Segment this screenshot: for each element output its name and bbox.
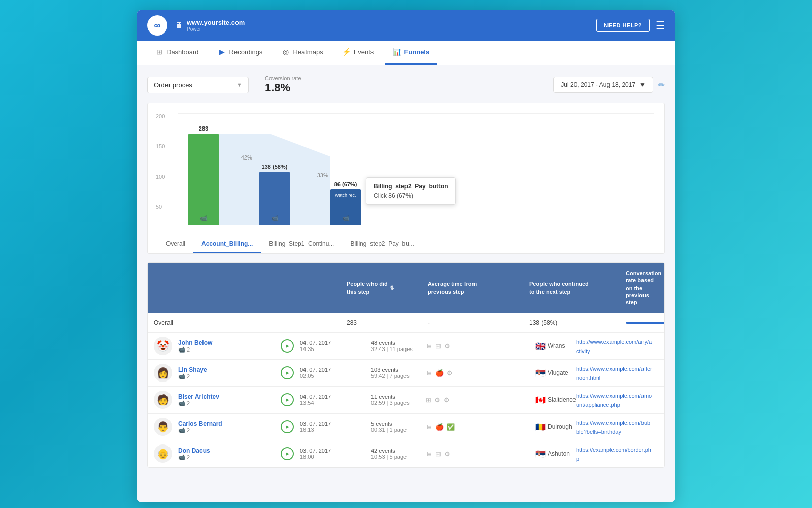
device-icons: 🖥🍎⚙	[422, 369, 533, 377]
time-value: 02:05	[300, 373, 371, 379]
url-link[interactable]: http://www.example.com/any/activity	[576, 339, 652, 354]
device-icons: 🖥🍎✅	[422, 423, 533, 431]
session-value: 32:43 | 11 pages	[371, 346, 422, 352]
td-overall-avg-time: -	[422, 313, 523, 332]
events-cell: 11 events 02:59 | 3 pages	[371, 394, 422, 406]
events-value: 42 events	[371, 448, 422, 454]
events-value: 11 events	[371, 394, 422, 400]
url-cell: http://www.example.com/any/activity	[574, 337, 655, 355]
nav-label-heatmaps: Heatmaps	[293, 48, 323, 56]
url-cell: https://www.example.com/afternoon.html	[574, 364, 655, 382]
step-tab-overall[interactable]: Overall	[158, 235, 193, 253]
country-cell: 🇷🇸 Ashuton	[533, 449, 574, 459]
nav-item-funnels[interactable]: 📊 Funnels	[385, 41, 437, 65]
play-button[interactable]: ▶	[281, 366, 294, 379]
device-icon-2: ✅	[447, 423, 455, 431]
device-icon-2: ⚙	[444, 396, 450, 404]
progress-bar-bg	[626, 322, 665, 324]
progress-bar-fill	[626, 322, 665, 324]
device-icons: 🖥⊞⚙	[422, 342, 533, 350]
site-url: www.yoursite.com	[187, 19, 245, 26]
sort-icon[interactable]: ⇅	[390, 284, 394, 291]
user-info: Carlos Bernard 📹 2	[178, 420, 275, 434]
logo-icon: ∞	[147, 15, 167, 36]
hamburger-button[interactable]: ☰	[656, 19, 665, 31]
device-icon-0: ⊞	[426, 396, 431, 404]
user-name[interactable]: Don Dacus	[178, 447, 275, 454]
th-conv-rate: Conversation rate basedon the previous s…	[620, 263, 665, 313]
date-range-button[interactable]: Jul 20, 2017 - Aug 18, 2017 ▼	[553, 77, 653, 93]
user-name[interactable]: Biser Arichtev	[178, 393, 275, 400]
url-link[interactable]: https://www.example.com/afternoon.html	[576, 366, 652, 381]
play-button-cell: ▶	[275, 366, 300, 379]
url-cell: https://example.com/border.php	[574, 444, 655, 463]
chart-inner: 283 📹 -42% 138 (58%) 📹	[178, 113, 654, 225]
country-name: Slaitdence	[548, 396, 576, 403]
bar-video-icon-overall: 📹	[200, 215, 208, 222]
flag-icon: 🇬🇧	[535, 341, 546, 351]
nav-item-heatmaps[interactable]: ◎ Heatmaps	[274, 41, 331, 65]
progress-bar-container: 100%	[626, 319, 665, 326]
avatar: 👴	[148, 444, 178, 463]
step-tabs: Overall Account_Billing... Billing_Step1…	[147, 235, 665, 254]
step-tab-billing-step2[interactable]: Billing_step2_Pay_bu...	[342, 235, 422, 253]
device-icon-1: ⚙	[434, 396, 441, 404]
main-content: Order proces ▼ Coversion rate 1.8% Jul 2…	[137, 65, 675, 502]
url-link[interactable]: https://www.example.com/amount/appliance…	[576, 393, 652, 408]
flag-icon: 🇷🇸	[535, 449, 546, 459]
user-info: Lin Shaye 📹 2	[178, 366, 275, 380]
edit-icon[interactable]: ✏	[658, 80, 665, 90]
nav-item-events[interactable]: ⚡ Events	[334, 41, 382, 65]
nav-item-recordings[interactable]: ▶ Recordings	[210, 41, 271, 65]
country-cell: 🇬🇧 Wrans	[533, 341, 574, 351]
nav-label-funnels: Funnels	[404, 48, 429, 56]
bar-video-icon-billing: 📹	[271, 215, 279, 222]
device-icon-2: ⚙	[444, 342, 450, 350]
td-overall-conv-rate: 100%	[620, 313, 665, 332]
step-tab-billing-step1[interactable]: Billing_Step1_Continu...	[261, 235, 342, 253]
tooltip-box: Billing_step2_Pay_button Click 86 (67%)	[366, 177, 456, 205]
user-name[interactable]: Lin Shaye	[178, 366, 275, 373]
date-value: 04. 07. 2017	[300, 340, 371, 346]
device-icon-1: ⊞	[435, 342, 441, 350]
play-button[interactable]: ▶	[281, 339, 294, 353]
recording-row: 👩 Lin Shaye 📹 2 ▶ 04. 07. 2017 02:05 103…	[148, 360, 664, 387]
url-cell: https://www.example.com/amount/appliance…	[574, 391, 655, 409]
user-name[interactable]: John Below	[178, 339, 275, 346]
nav-item-dashboard[interactable]: ⊞ Dashboard	[147, 41, 207, 65]
recording-count: 📹 2	[178, 346, 275, 353]
recording-row: 👴 Don Dacus 📹 2 ▶ 03. 07. 2017 18:00 42 …	[148, 440, 664, 467]
date-range-arrow-icon: ▼	[639, 81, 646, 88]
events-cell: 42 events 10:53 | 5 page	[371, 448, 422, 460]
bars-container: 283 📹 -42% 138 (58%) 📹	[178, 113, 654, 225]
play-button[interactable]: ▶	[281, 393, 294, 406]
play-button[interactable]: ▶	[281, 420, 294, 433]
session-value: 10:53 | 5 page	[371, 454, 422, 460]
url-link[interactable]: https://example.com/border.php	[576, 447, 651, 462]
step-tab-account-billing[interactable]: Account_Billing...	[193, 235, 261, 253]
device-icon-1: 🍎	[435, 369, 444, 377]
country-name: Dulrough	[548, 423, 572, 430]
play-button[interactable]: ▶	[281, 447, 294, 460]
heatmaps-icon: ◎	[282, 48, 290, 56]
table-header: People who didthis step ⇅ Average time f…	[148, 263, 664, 313]
nav-label-events: Events	[354, 48, 374, 56]
need-help-button[interactable]: NEED HELP?	[596, 19, 650, 32]
recording-row: 🧑 Biser Arichtev 📹 2 ▶ 04. 07. 2017 13:5…	[148, 387, 664, 414]
flag-icon: 🇨🇦	[535, 395, 546, 405]
events-value: 5 events	[371, 421, 422, 427]
url-link[interactable]: https://www.example.com/bubble?bells=bir…	[576, 420, 650, 435]
play-button-cell: ▶	[275, 339, 300, 353]
device-icon-1: 🍎	[435, 423, 444, 431]
bar-account-billing[interactable]: 📹	[259, 172, 290, 225]
user-name[interactable]: Carlos Bernard	[178, 420, 275, 427]
td-overall-label: Overall	[148, 313, 341, 332]
bar-billing-step2[interactable]: watch rec. 📹	[330, 189, 361, 225]
country-cell: 🇨🇦 Slaitdence	[533, 395, 574, 405]
country-name: Wrans	[548, 342, 565, 350]
device-icon-1: ⊞	[435, 450, 441, 458]
recording-count: 📹 2	[178, 427, 275, 434]
date-range-label: Jul 20, 2017 - Aug 18, 2017	[561, 81, 635, 88]
bar-overall[interactable]: 📹	[188, 134, 219, 225]
order-process-dropdown[interactable]: Order proces ▼	[147, 77, 249, 93]
